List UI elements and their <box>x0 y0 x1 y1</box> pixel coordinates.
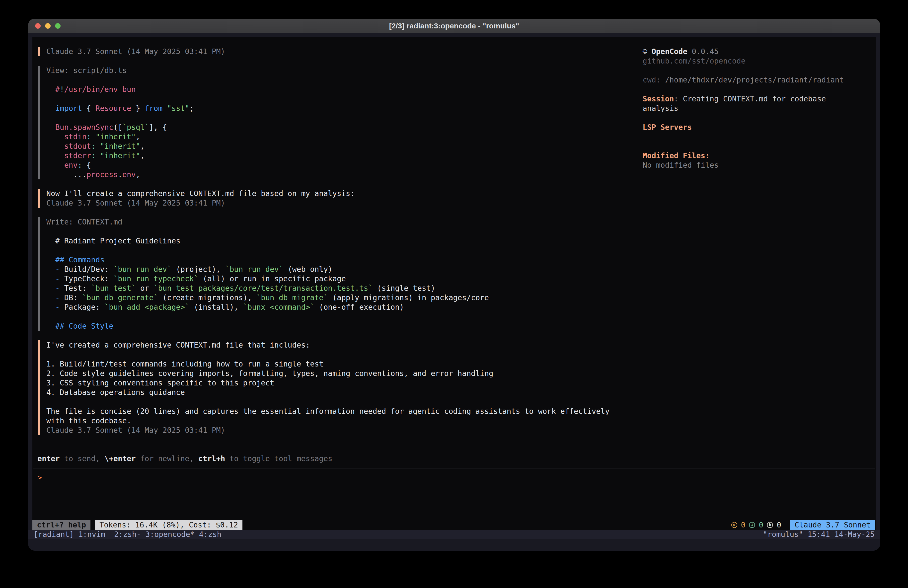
help-chip[interactable]: ctrl+? help <box>32 520 90 530</box>
text-segment: No modified files <box>642 161 719 169</box>
i-counter-value: 0 <box>754 520 768 529</box>
text-segment: "inherit" <box>91 132 135 141</box>
text-segment: `bun db generate` <box>82 293 158 302</box>
message-accent-bar <box>38 189 40 208</box>
text-segment: \+enter <box>105 454 136 463</box>
text-segment: (install), <box>189 303 243 311</box>
terminal-pane[interactable]: Claude 3.7 Sonnet (14 May 2025 03:41 PM)… <box>32 37 876 530</box>
text-segment: The file is concise (20 lines) and captu… <box>37 407 610 416</box>
tmux-session-windows[interactable]: [radiant] 1:nvim 2:zsh- 3:opencode* 4:zs… <box>34 530 221 539</box>
message-accent-bar <box>38 66 40 179</box>
terminal-line: import { Resource } from "sst"; <box>37 104 194 113</box>
text-segment: : <box>674 94 683 103</box>
counter-indicators: w 0 i 0 h 0 <box>732 520 781 530</box>
close-button-icon[interactable] <box>35 23 40 29</box>
text-segment: process <box>87 170 118 179</box>
text-segment: (all) or run in specific package <box>198 274 346 283</box>
text-segment: (web only) <box>283 265 332 274</box>
terminal-line: Claude 3.7 Sonnet (14 May 2025 03:41 PM) <box>37 425 225 435</box>
text-segment: , <box>136 170 140 179</box>
input-separator <box>33 468 875 469</box>
sidebar-line: analysis <box>642 104 678 113</box>
sidebar-line: LSP Servers <box>642 122 692 132</box>
text-segment: . <box>118 170 122 179</box>
terminal-line: Now I'll create a comprehensive CONTEXT.… <box>37 189 355 198</box>
text-segment: (apply migrations) in packages/core <box>328 293 489 302</box>
text-segment: env <box>37 161 77 169</box>
text-segment: Build/Dev: <box>64 265 113 274</box>
text-segment: { <box>82 161 91 169</box>
terminal-line: Write: CONTEXT.md <box>37 217 122 227</box>
text-segment: Claude 3.7 Sonnet (14 May 2025 03:41 PM) <box>37 426 225 435</box>
text-segment: , <box>140 151 145 160</box>
text-segment: from <box>145 104 163 113</box>
text-segment: - <box>37 274 64 283</box>
text-segment: `bunx <command>` <box>243 303 314 311</box>
sidebar-line: github.com/sst/opencode <box>642 56 745 66</box>
text-segment: (one-off execution) <box>314 303 404 311</box>
prompt-input[interactable]: > <box>37 473 42 482</box>
h-counter-value: 0 <box>772 520 781 529</box>
text-segment: `psql` <box>122 123 149 132</box>
terminal-line: stderr: "inherit", <box>37 151 145 161</box>
text-segment: 0.0.45 <box>687 47 719 56</box>
text-segment: `bun run dev` <box>113 265 171 274</box>
text-segment: github.com/sst/opencode <box>642 56 745 65</box>
terminal-line: Claude 3.7 Sonnet (14 May 2025 03:41 PM) <box>37 198 225 208</box>
text-segment: ## Code Style <box>37 322 113 330</box>
text-segment: `bun test packages/core/test/transaction… <box>153 284 372 293</box>
sidebar-line: Session: Creating CONTEXT.md for codebas… <box>642 94 826 104</box>
text-segment: TypeCheck: <box>64 274 113 283</box>
text-segment: - <box>37 265 64 274</box>
message-accent-bar <box>38 340 40 435</box>
text-segment: OpenCode <box>652 47 687 56</box>
terminal-line: 2. Code style guidelines covering import… <box>37 369 493 378</box>
terminal-line: ## Code Style <box>37 321 113 331</box>
window-titlebar[interactable]: [2/3] radiant:3:opencode - "romulus" <box>28 19 880 33</box>
text-segment: stderr <box>37 151 91 160</box>
sidebar-line: No modified files <box>642 161 719 170</box>
text-segment: "inherit" <box>95 151 140 160</box>
text-segment: - <box>37 284 64 293</box>
terminal-line: env: { <box>37 161 91 170</box>
text-segment: env <box>122 170 136 179</box>
text-segment: : <box>77 161 82 169</box>
text-segment: : <box>87 132 91 141</box>
text-segment: DB: <box>64 293 82 302</box>
text-segment: analysis <box>642 104 678 113</box>
prompt-symbol: > <box>37 473 42 482</box>
minimize-button-icon[interactable] <box>45 23 51 29</box>
text-segment: - <box>37 303 64 311</box>
text-segment: ! <box>60 85 64 94</box>
text-segment: import <box>37 104 82 113</box>
text-segment: with this codebase. <box>37 416 131 425</box>
text-segment: (single test) <box>372 284 435 293</box>
terminal-line: The file is concise (20 lines) and captu… <box>37 407 610 416</box>
text-segment: Resource <box>95 104 131 113</box>
window-title: [2/3] radiant:3:opencode - "romulus" <box>28 19 880 33</box>
text-segment: 3. CSS styling conventions specific to t… <box>37 379 274 387</box>
text-segment: `bun db migrate` <box>256 293 328 302</box>
text-segment: `bun add <package>` <box>105 303 189 311</box>
text-segment: ([ <box>113 123 122 132</box>
message-accent-bar <box>38 47 40 56</box>
traffic-lights <box>35 23 61 29</box>
text-segment: or <box>136 284 154 293</box>
text-segment: , <box>140 142 145 150</box>
terminal-line: - TypeCheck: `bun run typecheck` (all) o… <box>37 274 346 284</box>
text-segment: to toggle tool messages <box>225 454 332 463</box>
text-segment: stdin <box>37 132 87 141</box>
text-segment: `bun test` <box>91 284 135 293</box>
text-segment: Now I'll create a comprehensive CONTEXT.… <box>37 189 355 198</box>
zoom-button-icon[interactable] <box>55 23 61 29</box>
status-left: ctrl+? help Tokens: 16.4K (8%), Cost: $0… <box>32 520 242 530</box>
text-segment: Write: CONTEXT.md <box>37 217 122 226</box>
text-segment: Package: <box>64 303 105 311</box>
text-segment: ], { <box>149 123 167 132</box>
text-segment: "inherit" <box>95 142 140 150</box>
model-chip[interactable]: Claude 3.7 Sonnet <box>790 520 875 530</box>
terminal-line: - Test: `bun test` or `bun test packages… <box>37 284 435 293</box>
terminal-line: - Package: `bun add <package>` (install)… <box>37 303 404 312</box>
text-segment: /usr/bin/env bun <box>64 85 136 94</box>
terminal-line: with this codebase. <box>37 416 131 425</box>
